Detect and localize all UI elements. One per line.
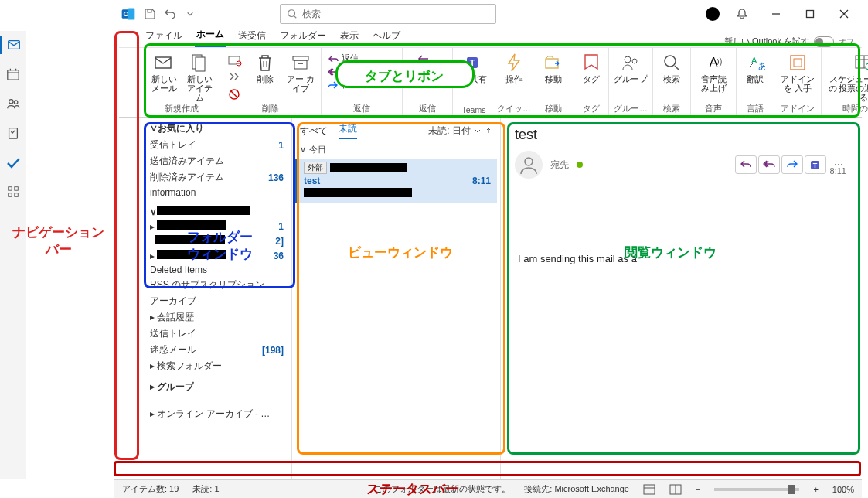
ribbon-junk-icon[interactable] xyxy=(226,87,243,102)
folder-search[interactable]: ▸ 検索フォルダー xyxy=(145,358,291,374)
svg-rect-23 xyxy=(427,62,434,68)
undo-icon[interactable] xyxy=(164,8,176,20)
filter-unread[interactable]: 未読 xyxy=(339,122,357,139)
folder-item[interactable]: ▸ 36 xyxy=(145,248,291,263)
svg-rect-13 xyxy=(8,193,12,197)
nav-calendar-icon[interactable] xyxy=(4,65,22,84)
teams-button[interactable]: T xyxy=(805,155,826,174)
tab-help[interactable]: ヘルプ xyxy=(371,26,402,47)
ribbon-readaloud[interactable]: A音声読 み上げ xyxy=(694,51,733,94)
ribbon-quicksteps[interactable]: 操作 xyxy=(499,51,529,94)
svg-rect-33 xyxy=(791,56,805,70)
close-button[interactable] xyxy=(832,2,856,26)
folder-junk[interactable]: 迷惑メール[198] xyxy=(145,342,291,358)
tab-view[interactable]: 表示 xyxy=(339,26,360,47)
tab-file[interactable]: ファイル xyxy=(144,26,184,47)
svg-point-39 xyxy=(525,158,533,165)
ribbon-forward[interactable]: 転送 xyxy=(328,79,396,90)
save-icon[interactable] xyxy=(144,8,156,20)
forward-button[interactable] xyxy=(781,155,803,174)
nav-todo-icon[interactable] xyxy=(4,153,22,172)
folder-item[interactable]: ▸ 1 xyxy=(145,219,291,234)
message-list-pane: すべて 未読 未読: 日付 ∨ 今日 外部 test 8:11 xyxy=(292,118,501,479)
preview-redacted xyxy=(304,188,412,197)
folder-inbox[interactable]: 受信トレイ1 xyxy=(145,137,291,153)
filter-all[interactable]: すべて xyxy=(300,124,328,138)
qat-dropdown-icon[interactable] xyxy=(184,8,196,20)
status-bar: アイテム数: 19 未読: 1 このフォルダーは最新の状態です。 接続先: Mi… xyxy=(114,479,862,498)
message-item[interactable]: 外部 test 8:11 xyxy=(295,159,497,203)
folder-information[interactable]: information xyxy=(145,186,291,200)
folder-outbox[interactable]: 送信トレイ xyxy=(145,326,291,342)
sort-by[interactable]: 未読: 日付 xyxy=(428,124,492,138)
ribbon-reply[interactable]: 返信 xyxy=(328,53,396,64)
folder-archive[interactable]: アーカイブ xyxy=(145,293,291,309)
svg-text:A: A xyxy=(710,56,718,69)
zoom-in-button[interactable]: + xyxy=(813,485,818,494)
svg-text:T: T xyxy=(813,162,818,169)
tab-strip: ファイル ホーム 送受信 フォルダー 表示 ヘルプ 新しい Outlook を試… xyxy=(119,28,862,48)
ribbon-delete[interactable]: 削除 xyxy=(248,51,282,94)
ribbon-new-items[interactable]: 新しい アイテム xyxy=(182,51,216,102)
reply-all-button[interactable] xyxy=(758,155,780,174)
tab-sendreceive[interactable]: 送受信 xyxy=(237,26,267,47)
bell-icon[interactable] xyxy=(730,2,754,26)
ribbon-new-mail[interactable]: 新しい メール xyxy=(147,51,181,94)
zoom-out-button[interactable]: − xyxy=(696,485,700,494)
reply-button[interactable] xyxy=(735,155,757,174)
nav-tasks-icon[interactable] xyxy=(4,124,22,142)
svg-rect-14 xyxy=(14,193,18,197)
nav-people-icon[interactable] xyxy=(4,94,22,113)
view-reading-icon[interactable] xyxy=(669,484,682,495)
svg-point-8 xyxy=(9,100,12,104)
folder-rss[interactable]: RSS のサブスクリプション xyxy=(145,277,291,293)
maximize-button[interactable] xyxy=(798,2,822,26)
view-normal-icon[interactable] xyxy=(643,484,655,495)
ribbon-reply-all[interactable]: 全員に返信 xyxy=(328,66,396,77)
account-avatar[interactable] xyxy=(706,7,720,21)
folder-account[interactable]: ∨ xyxy=(145,204,291,219)
folder-item[interactable]: 2] xyxy=(145,234,291,248)
status-unread: 未読: 1 xyxy=(192,483,219,495)
ribbon-cleanup-icon[interactable] xyxy=(226,70,243,85)
outlook-logo-icon: O xyxy=(121,6,136,22)
ribbon-group[interactable]: グループ xyxy=(612,51,649,94)
tab-folder[interactable]: フォルダー xyxy=(278,26,328,47)
folder-pane: ∨お気に入り 受信トレイ1 送信済みアイテム 削除済みアイテム136 infor… xyxy=(141,118,292,479)
toggle-state: オフ xyxy=(839,36,854,47)
ribbon-tag[interactable]: タグ xyxy=(577,51,605,94)
minimize-button[interactable] xyxy=(764,2,788,26)
nav-more-icon[interactable] xyxy=(4,182,22,201)
folder-sent[interactable]: 送信済みアイテム xyxy=(145,153,291,169)
message-time: 8:11 xyxy=(472,176,491,186)
ribbon-search[interactable]: 検索 xyxy=(656,51,687,94)
svg-rect-7 xyxy=(7,70,18,80)
new-outlook-toggle[interactable]: 新しい Outlook を試す オフ xyxy=(724,36,854,47)
ribbon-teams-share[interactable]: Tで共有 xyxy=(456,51,492,94)
presence-dot xyxy=(577,162,583,168)
reading-body: I am sending this mail as a xyxy=(515,176,849,264)
svg-rect-2 xyxy=(128,9,134,20)
folder-deleted[interactable]: 削除済みアイテム136 xyxy=(145,169,291,186)
ribbon-translate[interactable]: Aあ翻訳 xyxy=(740,51,771,94)
msg-group-today[interactable]: ∨ 今日 xyxy=(292,141,500,157)
ribbon-archive[interactable]: アー カイブ xyxy=(284,51,318,94)
ribbon-addins[interactable]: アドインを 入手 xyxy=(778,51,818,94)
status-connection: 接続先: Microsoft Exchange xyxy=(524,483,629,495)
nav-mail-icon[interactable] xyxy=(0,36,26,54)
svg-point-9 xyxy=(14,101,18,104)
svg-point-29 xyxy=(665,56,676,67)
zoom-slider[interactable] xyxy=(714,488,799,491)
folder-online-archive[interactable]: ▸ オンライン アーカイブ - xyxy=(145,406,291,422)
ribbon-move[interactable]: 移動 xyxy=(536,51,570,94)
folder-groups[interactable]: ▸ グループ xyxy=(145,379,291,395)
ribbon-ignore-icon[interactable] xyxy=(226,53,243,68)
folder-deleted-en[interactable]: Deleted Items xyxy=(145,263,291,277)
ribbon-reply-attach[interactable]: (+添付) xyxy=(406,51,449,94)
folder-conv-history[interactable]: ▸ 会話履歴 xyxy=(145,309,291,326)
tab-home[interactable]: ホーム xyxy=(195,25,226,47)
ribbon-poll[interactable]: スケジュール設定の 投票の返信をする xyxy=(825,51,868,102)
search-input[interactable]: 検索 xyxy=(280,4,496,24)
status-item-count: アイテム数: 19 xyxy=(122,483,179,495)
folder-favorites[interactable]: ∨お気に入り xyxy=(145,121,291,137)
